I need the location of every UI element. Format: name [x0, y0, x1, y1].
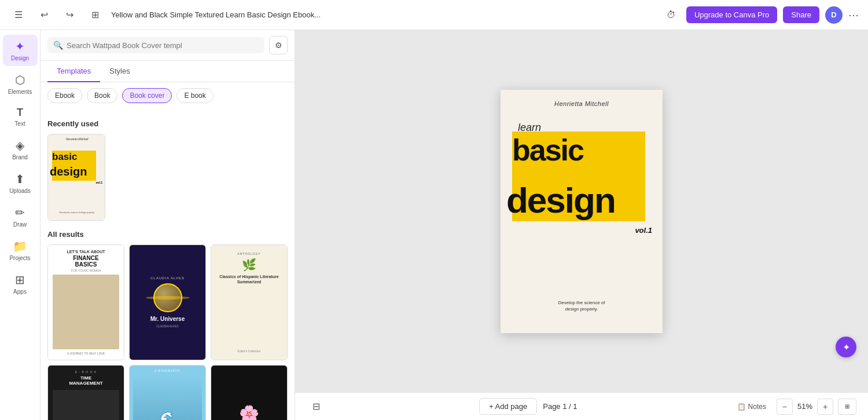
uploads-icon: ⬆: [15, 172, 25, 186]
notes-button[interactable]: 📋 Notes: [731, 400, 772, 414]
filter-button[interactable]: ⚙: [269, 36, 288, 54]
tag-book-cover[interactable]: Book cover: [122, 88, 172, 103]
result-item-time[interactable]: E - B O O K TIMEMANAGEMENT ⏰ Mastering y…: [47, 365, 124, 421]
canva-assistant-button[interactable]: ✦: [836, 337, 856, 357]
brand-icon: ◈: [16, 138, 24, 152]
book-subtitle: Develop the science of design properly.: [501, 300, 663, 312]
book-classics-thumb: ANTHOLOGY 🌿 Classics of Hispanic Literat…: [211, 245, 287, 360]
canvas-document[interactable]: Henrietta Mitchell learn basic design vo…: [501, 90, 663, 333]
draw-icon: ✏: [15, 206, 25, 220]
show-pages-button[interactable]: ⊟: [307, 397, 325, 416]
hamburger-icon: ☰: [14, 9, 23, 20]
timer-icon: ⏱: [667, 10, 676, 20]
notes-icon: 📋: [737, 403, 746, 411]
tabs-row: Templates Styles: [41, 61, 295, 82]
upgrade-button[interactable]: Upgrade to Canva Pro: [686, 6, 777, 23]
undo-icon: ↩: [41, 9, 48, 20]
left-sidebar: ✦ Design ⬡ Elements T Text ◈ Brand ⬆ Upl…: [0, 30, 41, 420]
redo-button[interactable]: ↪: [60, 6, 79, 24]
file-menu-button[interactable]: ☰: [9, 6, 28, 24]
pages-icon: ⊟: [312, 401, 320, 412]
book-basic: basic: [512, 135, 583, 165]
recently-used-item[interactable]: Henrietta Mitchell basic design vol.1 De…: [47, 134, 105, 221]
sidebar-item-text-label: Text: [14, 120, 25, 127]
template-panel: 🔍 ⚙ Templates Styles Ebook Book Book cov…: [41, 30, 295, 420]
sidebar-item-text[interactable]: T Text: [3, 102, 38, 132]
canvas-area: Henrietta Mitchell learn basic design vo…: [295, 30, 868, 420]
tag-ebook[interactable]: Ebook: [47, 88, 82, 103]
book-universe-thumb: CLAUDIA ALVES Mr. Universe CLAUDIA ALVES: [130, 245, 205, 360]
zoom-percent: 51%: [797, 402, 812, 411]
mini-basic-text: basic: [52, 152, 77, 162]
tab-templates[interactable]: Templates: [47, 61, 100, 82]
zoom-out-button[interactable]: −: [777, 399, 793, 415]
book-finance-thumb: LET'S TALK ABOUT FINANCEBASICS FOR YOUNG…: [48, 245, 124, 360]
planet-graphic: [153, 283, 182, 312]
tab-styles[interactable]: Styles: [100, 61, 139, 82]
grid-icon: ⊞: [845, 403, 849, 410]
search-icon: 🔍: [53, 41, 63, 50]
book-pleasure-thumb: 🌸 TEMPORARYPLEASURE A novel: [211, 366, 287, 421]
add-page-button[interactable]: + Add page: [479, 398, 537, 415]
sidebar-item-draw[interactable]: ✏ Draw: [3, 201, 38, 232]
zoom-in-icon: +: [823, 402, 827, 411]
category-tags: Ebook Book Book cover E book: [41, 82, 295, 109]
show-all-pages-button[interactable]: ⊞: [838, 399, 856, 415]
sidebar-item-projects[interactable]: 📁 Projects: [3, 235, 38, 266]
book-me-thumb: A BIOGRAPHY 🌊 Me, Myself, and IA Journey…: [130, 366, 205, 421]
search-input-wrapper[interactable]: 🔍: [47, 37, 264, 53]
sidebar-item-apps[interactable]: ⊞ Apps: [3, 268, 38, 300]
page-info: Page 1 / 1: [543, 402, 577, 411]
result-item-classics[interactable]: ANTHOLOGY 🌿 Classics of Hispanic Literat…: [211, 244, 288, 360]
tag-book[interactable]: Book: [87, 88, 117, 103]
mini-subtitle: Develop the science of design properly.: [48, 211, 105, 214]
bottom-left: ⊟: [307, 397, 325, 416]
zoom-out-icon: −: [782, 402, 787, 411]
search-bar: 🔍 ⚙: [41, 30, 295, 61]
bottom-bar: ⊟ + Add page Page 1 / 1 📋 Notes − 51% +: [295, 392, 868, 420]
design-icon: ✦: [15, 39, 25, 53]
book-time-thumb: E - B O O K TIMEMANAGEMENT ⏰ Mastering y…: [48, 366, 124, 421]
result-item-pleasure[interactable]: 🌸 TEMPORARYPLEASURE A novel: [211, 365, 288, 421]
tag-e-book[interactable]: E book: [176, 88, 213, 103]
result-item-finance[interactable]: LET'S TALK ABOUT FINANCEBASICS FOR YOUNG…: [47, 244, 124, 360]
sidebar-item-projects-label: Projects: [9, 255, 30, 261]
topbar: ☰ ↩ ↪ ⊞ Yellow and Black Simple Textured…: [0, 0, 868, 30]
main-layout: ✦ Design ⬡ Elements T Text ◈ Brand ⬆ Upl…: [0, 30, 868, 420]
document-title: Yellow and Black Simple Textured Learn B…: [111, 10, 321, 19]
template-content: Recently used Henrietta Mitchell basic d…: [41, 109, 295, 420]
result-item-me[interactable]: A BIOGRAPHY 🌊 Me, Myself, and IA Journey…: [129, 365, 206, 421]
share-button[interactable]: Share: [783, 6, 819, 23]
apps-icon: ⊞: [15, 273, 25, 287]
canvas-wrapper[interactable]: Henrietta Mitchell learn basic design vo…: [295, 30, 868, 392]
sidebar-item-elements[interactable]: ⬡ Elements: [3, 68, 38, 100]
more-options-button[interactable]: ⋯: [848, 9, 859, 21]
search-input[interactable]: [67, 41, 259, 50]
avatar[interactable]: D: [825, 6, 843, 24]
sidebar-item-brand[interactable]: ◈ Brand: [3, 134, 38, 165]
mini-author: Henrietta Mitchell: [48, 137, 105, 141]
result-item-universe[interactable]: CLAUDIA ALVES Mr. Universe CLAUDIA ALVES: [129, 244, 206, 360]
recently-used-title: Recently used: [47, 119, 288, 128]
undo-button[interactable]: ↩: [35, 6, 53, 24]
redo-icon: ↪: [66, 9, 73, 20]
sidebar-item-design[interactable]: ✦ Design: [3, 35, 38, 66]
sidebar-item-elements-label: Elements: [8, 89, 32, 95]
bottom-center: + Add page Page 1 / 1: [479, 398, 577, 415]
resize-icon: ⊞: [91, 9, 99, 20]
mini-thumb: Henrietta Mitchell basic design vol.1 De…: [48, 134, 105, 220]
projects-icon: 📁: [13, 239, 27, 253]
sidebar-item-draw-label: Draw: [13, 221, 27, 228]
resize-button[interactable]: ⊞: [86, 6, 104, 24]
assist-icon: ✦: [843, 342, 850, 353]
zoom-in-button[interactable]: +: [817, 399, 833, 415]
elements-icon: ⬡: [15, 73, 25, 87]
sidebar-item-uploads[interactable]: ⬆ Uploads: [3, 167, 38, 199]
topbar-left: ☰ ↩ ↪ ⊞ Yellow and Black Simple Textured…: [9, 6, 321, 24]
classics-deco: 🌿: [242, 258, 256, 272]
timer-button[interactable]: ⏱: [662, 6, 681, 24]
text-icon: T: [17, 107, 23, 119]
sidebar-item-apps-label: Apps: [13, 288, 27, 295]
book-design: design: [506, 182, 615, 218]
sidebar-item-brand-label: Brand: [12, 154, 28, 160]
